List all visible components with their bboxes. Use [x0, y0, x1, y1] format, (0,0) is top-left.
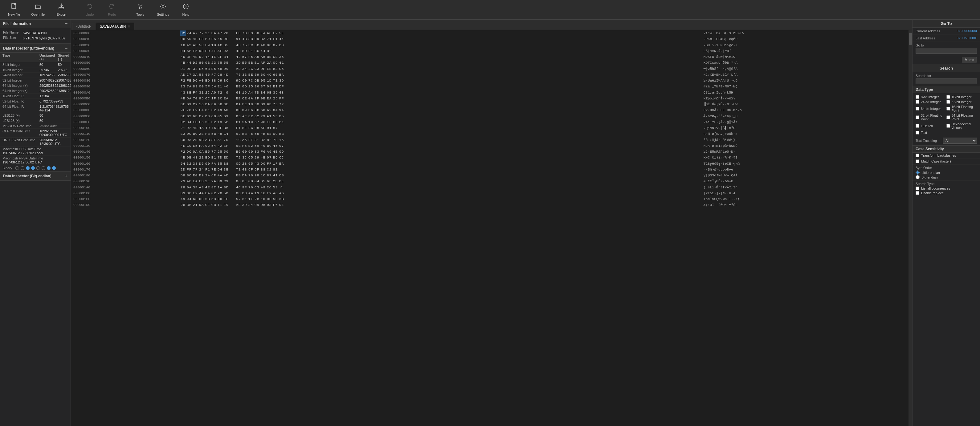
hex-byte[interactable]: F1 — [248, 48, 254, 54]
hex-bytes-cell[interactable]: 3234EEF63FD2135BC15A196796EFC3B1 — [179, 119, 703, 125]
hex-byte[interactable]: 30 — [254, 101, 260, 107]
hex-byte[interactable]: 41 — [272, 173, 278, 178]
hex-byte[interactable]: C5 — [248, 155, 254, 160]
hex-byte[interactable]: 66 — [217, 66, 223, 71]
hex-byte[interactable]: AC — [266, 30, 272, 36]
hex-byte[interactable]: 0D — [242, 84, 248, 89]
hex-byte[interactable]: F8 — [205, 131, 211, 136]
hex-byte[interactable]: EA — [266, 96, 272, 101]
hex-byte[interactable]: 74 — [186, 30, 192, 36]
hex-byte[interactable]: CE — [272, 54, 278, 59]
hex-bytes-cell[interactable]: 237A83005F54E146BE0D25363709E1DF — [179, 84, 703, 89]
hex-byte[interactable]: C7 — [186, 72, 192, 77]
hex-byte[interactable]: B6 — [235, 149, 242, 154]
hex-byte[interactable]: 28 — [180, 185, 186, 190]
dt-16bit-checkbox[interactable] — [947, 95, 950, 99]
hex-byte[interactable]: D2 — [211, 119, 217, 125]
hex-byte[interactable]: 6B — [266, 90, 272, 95]
hex-byte[interactable]: BD — [223, 185, 229, 190]
hex-byte[interactable]: 4D — [223, 173, 229, 178]
hex-byte[interactable]: D2 — [192, 60, 199, 65]
hex-byte[interactable]: 80 — [199, 60, 205, 65]
undo-button[interactable]: Undo — [79, 1, 101, 18]
hex-byte[interactable]: 84 — [272, 108, 278, 112]
hex-byte[interactable]: E1 — [272, 36, 278, 41]
hex-scrollbar[interactable] — [908, 30, 912, 426]
hex-ascii-cell[interactable]: ·PKπ|·EPæC;·eqßD — [703, 36, 908, 42]
hex-byte[interactable]: F2 — [180, 78, 186, 83]
hex-byte[interactable]: C8 — [217, 72, 223, 77]
hex-byte[interactable]: 68 — [266, 131, 272, 136]
hex-byte[interactable]: 4E — [180, 143, 186, 148]
hex-ascii-cell[interactable]: M?KΓD·äBW|ÑÆ»ÎΩ — [703, 54, 908, 60]
hex-byte[interactable]: D1 — [266, 125, 272, 130]
hex-byte[interactable]: 0C — [186, 131, 192, 136]
match-case-checkbox[interactable] — [916, 160, 919, 163]
hex-ascii-cell[interactable]: ¬Ç:XE÷ÈMu3îY`LfÂ — [703, 72, 908, 78]
hex-byte[interactable]: E5 — [192, 48, 199, 54]
hex-byte[interactable]: E5 — [199, 66, 205, 71]
hex-byte[interactable]: 6E — [260, 125, 266, 130]
hex-byte[interactable]: 21 — [199, 155, 205, 160]
hex-byte[interactable]: 23 — [180, 84, 186, 89]
hex-bytes-cell[interactable]: 2DFF7F24F17ED43E714B6F6FB8C281 — [179, 166, 703, 173]
little-endian-radio[interactable] — [916, 171, 920, 174]
hex-byte[interactable]: FA — [199, 143, 205, 148]
hex-byte[interactable]: B6 — [272, 155, 278, 160]
hex-byte[interactable]: 4D — [235, 48, 242, 54]
dt-24bit-checkbox[interactable] — [916, 100, 919, 104]
hex-byte[interactable]: 5B — [211, 131, 217, 136]
hex-byte[interactable]: 77 — [278, 101, 285, 107]
dt-32bit-int[interactable]: 32-bit Integer — [947, 100, 977, 105]
hex-byte[interactable]: B9 — [260, 101, 266, 107]
hex-byte[interactable]: 70 — [192, 96, 199, 101]
hex-byte[interactable]: 7D — [254, 90, 260, 95]
hex-byte[interactable]: 04 — [254, 179, 260, 184]
hex-byte[interactable]: A0 — [199, 78, 205, 83]
hex-byte[interactable]: A6 — [278, 190, 285, 196]
hex-byte[interactable]: 50 — [223, 149, 229, 154]
dt-text[interactable]: Text — [916, 130, 947, 135]
hex-byte[interactable]: F9 — [192, 108, 199, 112]
hex-byte[interactable]: 57 — [235, 196, 242, 202]
hex-byte[interactable]: 32 — [192, 66, 199, 71]
hex-byte[interactable]: 44 — [260, 48, 266, 54]
hex-byte[interactable]: 4B — [180, 155, 186, 160]
hex-ascii-cell[interactable]: KDΓÇε#uU=δëB¯*·A — [703, 60, 908, 66]
dt-64bit-checkbox[interactable] — [916, 107, 919, 111]
hex-bytes-cell[interactable]: 4B5A70956C1F3CEABECE0A2F9BEA25FF — [179, 95, 703, 101]
hex-ascii-cell[interactable]: Lδ|φφN-Ñ·|±D⌠ — [703, 48, 908, 54]
hex-byte[interactable]: 60 — [242, 149, 248, 154]
hex-byte[interactable]: 4E — [205, 185, 211, 190]
hex-bytes-cell[interactable]: 4B9B4321BDB17DED723CC5294B07B6CC — [179, 155, 703, 160]
hex-byte[interactable]: 5E — [278, 30, 285, 36]
hex-byte[interactable]: AB — [205, 137, 211, 143]
hex-byte[interactable]: 77 — [211, 149, 217, 154]
hex-byte[interactable]: 5B — [223, 119, 229, 125]
big-endian-radio[interactable] — [916, 175, 920, 179]
hex-byte[interactable]: 9D — [235, 78, 242, 83]
hex-byte[interactable]: 13 — [254, 190, 260, 196]
hex-byte[interactable]: F7 — [211, 72, 217, 77]
hex-bytes-cell[interactable]: F2FEDCA0B98869BC9DC07CDB051D7139 — [179, 78, 703, 84]
hex-byte[interactable]: 21 — [192, 202, 199, 207]
hex-byte[interactable]: 84 — [223, 54, 229, 59]
hex-byte[interactable]: D2 — [199, 54, 205, 59]
hex-byte[interactable]: 2F — [205, 179, 211, 184]
hex-byte[interactable]: D6 — [260, 202, 266, 207]
hex-byte[interactable]: 9B — [235, 143, 242, 148]
hex-byte[interactable]: 88 — [266, 43, 272, 48]
hex-byte[interactable]: D4 — [180, 48, 186, 54]
hex-byte[interactable]: 13 — [217, 119, 223, 125]
hex-byte[interactable]: BC — [223, 78, 229, 83]
hex-byte[interactable]: 78 — [186, 108, 192, 112]
hex-byte[interactable]: 6B — [186, 48, 192, 54]
hex-byte[interactable]: 19 — [248, 119, 254, 125]
hex-byte[interactable]: 49 — [217, 108, 223, 112]
hex-byte[interactable]: D9 — [217, 179, 223, 184]
hex-byte[interactable]: 6F — [266, 179, 272, 184]
hex-byte[interactable]: E5 — [205, 149, 211, 154]
hex-byte[interactable]: C2 — [266, 167, 272, 172]
hex-byte[interactable]: 0A — [192, 149, 199, 154]
hex-byte[interactable]: 9E — [223, 36, 229, 41]
